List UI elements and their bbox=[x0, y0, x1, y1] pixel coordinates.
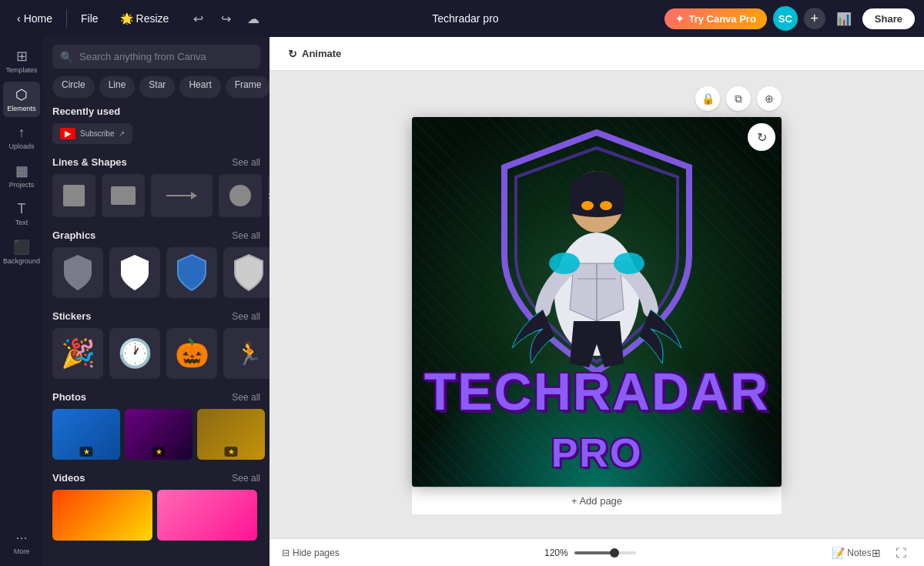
shield-blue-svg bbox=[175, 253, 209, 292]
arrow-head bbox=[191, 192, 197, 199]
graphic-shield-white[interactable] bbox=[109, 247, 160, 298]
grid-icon: ⊞ bbox=[872, 547, 881, 559]
sidebar-item-templates[interactable]: ⊞ Templates bbox=[3, 43, 40, 79]
background-icon: ⬛ bbox=[13, 239, 30, 256]
tag-line[interactable]: Line bbox=[99, 76, 136, 98]
shape-circle-item[interactable] bbox=[219, 174, 262, 217]
analytics-button[interactable]: 📊 bbox=[832, 6, 856, 31]
file-menu[interactable]: File bbox=[73, 9, 106, 28]
stickers-header: Stickers See all bbox=[52, 310, 260, 322]
photo-blue-item[interactable]: ★ bbox=[52, 409, 120, 460]
resize-icon: 🌟 bbox=[120, 12, 133, 25]
videos-section: Videos See all bbox=[43, 472, 270, 553]
grid-view-button[interactable]: ⊞ bbox=[865, 542, 887, 564]
sticker-party-hat[interactable]: 🎉 bbox=[52, 328, 103, 379]
recently-used-title: Recently used bbox=[52, 105, 120, 117]
canvas-frame[interactable]: TECHRADAR PRO ↻ bbox=[412, 117, 782, 487]
graphic-shield-gray[interactable] bbox=[52, 247, 103, 298]
tag-frame[interactable]: Frame bbox=[226, 76, 270, 98]
zoom-controls: 120% bbox=[544, 548, 636, 558]
sidebar-item-text[interactable]: T Text bbox=[3, 196, 40, 231]
sidebar-item-elements[interactable]: ⬡ Elements bbox=[3, 82, 40, 117]
hide-pages-button[interactable]: ⊟ Hide pages bbox=[282, 548, 340, 558]
video-pink-item[interactable] bbox=[157, 490, 257, 541]
more-icon: ··· bbox=[15, 530, 27, 546]
duplicate-button[interactable]: ⧉ bbox=[726, 86, 751, 111]
recently-used-header: Recently used bbox=[52, 105, 260, 117]
graphics-see-all[interactable]: See all bbox=[232, 230, 260, 241]
chevron-left-icon: ‹ bbox=[17, 12, 21, 25]
sticker-pumpkin[interactable]: 🎃 bbox=[166, 328, 217, 379]
user-avatar[interactable]: SC bbox=[773, 6, 798, 31]
tag-heart[interactable]: Heart bbox=[179, 76, 220, 98]
shapes-grid: › bbox=[52, 174, 260, 217]
videos-see-all[interactable]: See all bbox=[232, 473, 260, 484]
search-input[interactable] bbox=[79, 45, 253, 69]
notes-button[interactable]: 📝 Notes bbox=[841, 542, 862, 564]
sidebar-item-background[interactable]: ⬛ Background bbox=[3, 234, 40, 270]
shape-square-item[interactable] bbox=[52, 174, 95, 217]
photos-header: Photos See all bbox=[52, 391, 260, 403]
sticker-clock[interactable]: 🕐 bbox=[109, 328, 160, 379]
text-label: Text bbox=[15, 219, 28, 226]
sidebar-item-projects[interactable]: ▦ Projects bbox=[3, 158, 40, 193]
hide-pages-label: Hide pages bbox=[293, 548, 340, 558]
hide-pages-icon: ⊟ bbox=[282, 548, 290, 558]
canvas-subtitle-text: PRO bbox=[412, 433, 782, 473]
photos-grid: ★ ★ ★ › bbox=[52, 409, 260, 460]
tag-star[interactable]: Star bbox=[139, 76, 175, 98]
photos-see-all[interactable]: See all bbox=[232, 392, 260, 403]
recently-used-item[interactable]: ▶ Subscribe ↗ bbox=[52, 123, 132, 144]
canva-star-icon: ✦ bbox=[675, 13, 684, 25]
graphics-grid: › bbox=[52, 247, 260, 298]
animate-label: Animate bbox=[302, 48, 341, 59]
animate-button[interactable]: ↻ Animate bbox=[282, 45, 347, 63]
tag-circle[interactable]: Circle bbox=[52, 76, 95, 98]
try-canva-button[interactable]: ✦ Try Canva Pro bbox=[665, 8, 766, 29]
photo-purple-item[interactable]: ★ bbox=[125, 409, 192, 460]
sidebar-item-uploads[interactable]: ↑ Uploads bbox=[3, 120, 40, 155]
videos-title: Videos bbox=[52, 472, 85, 484]
canvas-wrapper: 🔒 ⧉ ⊕ bbox=[412, 86, 782, 514]
youtube-button: ▶ bbox=[60, 128, 75, 139]
lines-shapes-see-all[interactable]: See all bbox=[232, 157, 260, 168]
search-input-wrap: 🔍 bbox=[52, 45, 260, 69]
zoom-slider-thumb[interactable] bbox=[610, 548, 619, 558]
zoom-level: 120% bbox=[544, 548, 568, 558]
uploads-label: Uploads bbox=[8, 142, 34, 150]
graphic-shield-blue[interactable] bbox=[166, 247, 217, 298]
photo-badge-3: ★ bbox=[225, 447, 238, 457]
stickers-section: Stickers See all 🎉 🕐 🎃 🏃 › bbox=[43, 310, 270, 391]
shape-rect-item[interactable] bbox=[102, 174, 145, 217]
redo-button[interactable]: ↪ bbox=[213, 6, 238, 31]
background-label: Background bbox=[3, 257, 40, 265]
circle-shape bbox=[229, 185, 251, 206]
fullscreen-button[interactable]: ⛶ bbox=[890, 542, 912, 564]
share-button[interactable]: Share bbox=[862, 8, 915, 29]
undo-button[interactable]: ↩ bbox=[186, 6, 210, 31]
svg-point-6 bbox=[549, 253, 580, 274]
main-layout: ⊞ Templates ⬡ Elements ↑ Uploads ▦ Proje… bbox=[0, 37, 924, 566]
zoom-slider[interactable] bbox=[574, 551, 636, 554]
notes-icon: 📝 bbox=[832, 547, 845, 559]
shape-line-item[interactable] bbox=[151, 174, 213, 217]
sidebar-item-more[interactable]: ··· More bbox=[3, 525, 40, 560]
save-cloud-button[interactable]: ☁ bbox=[241, 6, 266, 31]
resize-button[interactable]: 🌟 Resize bbox=[112, 9, 177, 28]
rotate-handle[interactable]: ↻ bbox=[748, 123, 775, 151]
video-fire-item[interactable] bbox=[52, 490, 152, 541]
home-button[interactable]: ‹ Home bbox=[9, 9, 60, 28]
graphic-shield-outline[interactable] bbox=[223, 247, 270, 298]
photo-gold-item[interactable]: ★ bbox=[197, 409, 265, 460]
add-account-button[interactable]: + bbox=[804, 8, 825, 29]
undo-redo-actions: ↩ ↪ ☁ bbox=[186, 6, 266, 31]
lock-button[interactable]: 🔒 bbox=[695, 86, 720, 111]
bottom-bar: ⊟ Hide pages 120% 📝 Notes ⊞ ⛶ bbox=[270, 538, 924, 566]
sticker-figure[interactable]: 🏃 bbox=[223, 328, 270, 379]
canvas-workspace[interactable]: 🔒 ⧉ ⊕ bbox=[270, 71, 924, 538]
add-page-bar[interactable]: + Add page bbox=[412, 487, 782, 514]
photo-badge-2: ★ bbox=[152, 447, 166, 457]
stickers-see-all[interactable]: See all bbox=[232, 311, 260, 322]
line-arrow-shape bbox=[166, 194, 197, 197]
expand-button[interactable]: ⊕ bbox=[757, 86, 782, 111]
